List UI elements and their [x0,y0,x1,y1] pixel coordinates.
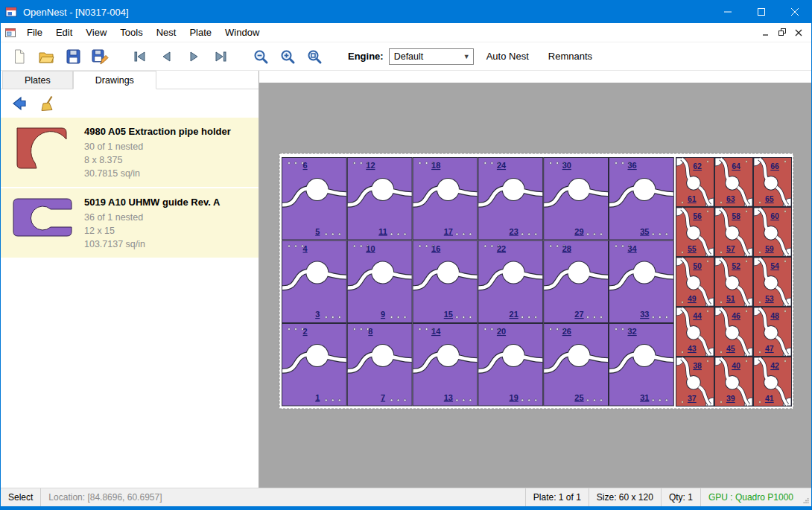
nest-cell-purple-12-11[interactable]: 1211 [347,158,412,240]
part-number-61[interactable]: 61 [688,194,697,203]
mdi-close-button[interactable] [790,25,807,40]
nest-cell-red-62-61[interactable]: 6261 [676,158,714,207]
nav-next-button[interactable] [183,45,205,68]
nest-cell-red-58-57[interactable]: 5857 [715,208,753,257]
part-number-33[interactable]: 33 [640,310,649,319]
part-number-65[interactable]: 65 [765,194,774,203]
nav-last-button[interactable] [209,45,232,68]
part-number-58[interactable]: 58 [732,211,740,220]
nest-cell-purple-8-7[interactable]: 87 [347,324,412,407]
nest-cell-purple-28-27[interactable]: 2827 [544,240,609,323]
part-number-53[interactable]: 53 [765,294,774,303]
part-number-24[interactable]: 24 [497,161,507,170]
part-number-12[interactable]: 12 [366,161,375,170]
part-number-49[interactable]: 49 [688,294,697,303]
part-number-14[interactable]: 14 [431,327,441,336]
menu-item-plate[interactable]: Plate [183,24,218,41]
part-number-30[interactable]: 30 [562,161,571,170]
nest-cell-red-42-41[interactable]: 4241 [754,357,792,407]
part-number-9[interactable]: 9 [381,310,385,319]
part-number-20[interactable]: 20 [497,327,506,336]
nest-cell-purple-16-15[interactable]: 1615 [413,240,478,323]
nest-cell-red-56-55[interactable]: 5655 [676,208,714,257]
part-number-27[interactable]: 27 [574,310,583,319]
zoom-out-button[interactable] [250,45,272,68]
part-number-11[interactable]: 11 [378,227,387,236]
menu-item-tools[interactable]: Tools [113,24,149,41]
part-number-52[interactable]: 52 [732,261,740,270]
part-number-38[interactable]: 38 [693,361,702,370]
zoom-fit-button[interactable] [303,45,326,68]
part-number-42[interactable]: 42 [770,361,779,370]
nest-cell-red-52-51[interactable]: 5251 [715,258,753,307]
nest-canvas[interactable]: 6512111817242330293635431091615222128273… [259,83,811,488]
part-number-1[interactable]: 1 [315,393,320,402]
part-number-3[interactable]: 3 [315,310,320,319]
part-number-41[interactable]: 41 [765,394,774,403]
menu-item-view[interactable]: View [79,24,113,41]
clear-button[interactable] [37,92,60,115]
part-number-57[interactable]: 57 [726,244,735,253]
part-number-43[interactable]: 43 [688,344,697,353]
nest-cell-red-54-53[interactable]: 5453 [754,258,792,307]
nest-cell-purple-20-19[interactable]: 2019 [478,324,543,407]
part-number-36[interactable]: 36 [627,161,636,170]
part-number-26[interactable]: 26 [562,327,571,336]
nest-cell-red-38-37[interactable]: 3837 [676,357,714,407]
part-number-55[interactable]: 55 [688,244,697,253]
part-number-59[interactable]: 59 [765,244,774,253]
nest-cell-purple-34-33[interactable]: 3433 [609,240,674,323]
part-number-4[interactable]: 4 [303,244,308,253]
part-number-40[interactable]: 40 [732,361,740,370]
part-number-47[interactable]: 47 [765,344,774,353]
tab-plates[interactable]: Plates [2,71,73,89]
part-number-7[interactable]: 7 [381,393,385,402]
part-number-48[interactable]: 48 [770,311,779,320]
menu-item-window[interactable]: Window [218,24,266,41]
part-number-32[interactable]: 32 [627,327,636,336]
nest-cell-purple-30-29[interactable]: 3029 [544,158,609,240]
nest-cell-purple-24-23[interactable]: 2423 [478,158,543,240]
part-number-39[interactable]: 39 [726,394,735,403]
back-button[interactable] [7,92,31,115]
nest-cell-purple-14-13[interactable]: 1413 [413,324,478,407]
save-as-button[interactable] [89,45,111,68]
part-number-19[interactable]: 19 [510,393,518,402]
part-number-22[interactable]: 22 [497,244,506,253]
auto-nest-button[interactable]: Auto Nest [480,46,536,66]
part-number-54[interactable]: 54 [770,261,779,270]
nest-cell-red-46-45[interactable]: 4645 [715,307,753,357]
menu-item-edit[interactable]: Edit [49,24,79,41]
nest-cell-purple-6-5[interactable]: 65 [282,158,347,240]
part-number-18[interactable]: 18 [431,161,440,170]
menu-item-nest[interactable]: Nest [150,24,183,41]
part-number-17[interactable]: 17 [444,227,453,236]
part-number-15[interactable]: 15 [444,310,453,319]
nest-cell-red-44-43[interactable]: 4443 [676,307,714,357]
part-number-60[interactable]: 60 [770,211,779,220]
part-number-46[interactable]: 46 [732,311,740,320]
part-number-37[interactable]: 37 [688,394,697,403]
part-number-21[interactable]: 21 [510,310,518,319]
part-number-45[interactable]: 45 [726,344,735,353]
open-button[interactable] [35,45,57,68]
close-button[interactable] [778,1,811,23]
part-number-16[interactable]: 16 [431,244,440,253]
nest-cell-purple-18-17[interactable]: 1817 [413,158,478,240]
nest-cell-purple-10-9[interactable]: 109 [347,240,412,323]
part-number-13[interactable]: 13 [444,393,453,402]
document-window-icon[interactable] [1,27,20,39]
part-number-29[interactable]: 29 [574,227,583,236]
nest-cell-purple-4-3[interactable]: 43 [282,240,347,323]
nav-previous-button[interactable] [156,45,178,68]
part-number-56[interactable]: 56 [693,211,702,220]
part-number-63[interactable]: 63 [726,194,735,203]
part-number-8[interactable]: 8 [368,327,372,336]
part-number-23[interactable]: 23 [510,227,518,236]
part-number-66[interactable]: 66 [770,162,779,170]
part-number-25[interactable]: 25 [574,393,583,402]
nest-cell-red-66-65[interactable]: 6665 [754,158,792,207]
part-number-34[interactable]: 34 [627,244,637,253]
nest-cell-purple-26-25[interactable]: 2625 [544,324,609,407]
save-button[interactable] [62,45,84,68]
